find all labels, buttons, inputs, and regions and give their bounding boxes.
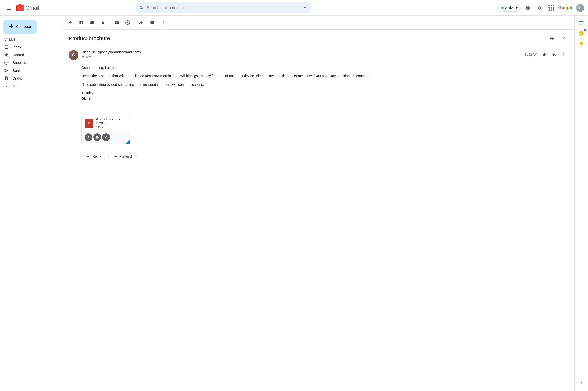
active-dropdown-icon: ▾: [516, 6, 518, 10]
forward-button-label: Forward: [119, 154, 132, 158]
compose-label: Compose: [16, 25, 31, 29]
mark-unread-icon: [114, 20, 119, 25]
attachment-name-line2: 2020.pptx: [96, 121, 120, 126]
body-greeting: Good morning, Lauren!: [81, 65, 568, 70]
body-thanks: Thanks,Gloria: [81, 90, 568, 101]
snoozed-icon: [4, 61, 9, 65]
print-icon: [549, 36, 554, 41]
mark-unread-button[interactable]: [112, 18, 122, 27]
drafts-icon: [4, 76, 9, 81]
edit-icon: [104, 135, 108, 139]
gmail-m-icon: [16, 3, 24, 12]
report-spam-icon: [90, 20, 95, 25]
print-button[interactable]: [547, 34, 557, 43]
expand-sidebar-button[interactable]: ›: [577, 377, 586, 387]
gmail-logo[interactable]: Gmail: [16, 3, 39, 12]
tasks-sidebar-button[interactable]: [577, 28, 586, 38]
mail-nav-section: ∨ Mail Inbox Starred Snoozed: [0, 36, 63, 90]
delete-button[interactable]: [98, 18, 108, 27]
inbox-icon: [4, 45, 9, 49]
svg-rect-3: [579, 21, 583, 22]
attachments-section: P Product brochure 2020.pptx 646 KB: [69, 114, 568, 148]
svg-point-4: [579, 31, 583, 35]
sent-icon: [4, 68, 9, 73]
toolbar-divider-2: [134, 20, 135, 25]
google-apps-icon: [548, 5, 554, 11]
sidebar-item-starred[interactable]: Starred: [0, 51, 61, 59]
message-more-icon: [562, 52, 566, 57]
attachment-actions: [82, 131, 130, 144]
main-content: Product brochure G: [63, 16, 574, 391]
pptx-icon-label: P: [88, 121, 90, 125]
body-main: Here's the brochure that will be publish…: [81, 73, 568, 79]
move-to-button[interactable]: [137, 18, 147, 27]
attachment-card: P Product brochure 2020.pptx 646 KB: [81, 114, 130, 144]
save-to-drive-button[interactable]: [93, 133, 101, 141]
forward-button[interactable]: Forward: [108, 152, 137, 161]
to-me-row[interactable]: to me ▾: [81, 54, 522, 59]
calendar-sidebar-button[interactable]: 31: [577, 18, 586, 27]
settings-button[interactable]: [535, 3, 544, 13]
email-subject-row: Product brochure: [69, 34, 568, 43]
download-icon: [87, 135, 90, 139]
question-icon: [525, 5, 530, 10]
pptx-icon: P: [85, 119, 93, 128]
sender-info: Gloria Hill <gloria@brandtleeland.com> t…: [81, 50, 522, 59]
active-status-badge[interactable]: Active ▾: [498, 4, 521, 11]
mail-section-chevron: ∨: [4, 37, 7, 42]
help-button[interactable]: [523, 3, 533, 13]
starred-label: Starred: [13, 53, 57, 57]
reply-message-button[interactable]: [550, 50, 559, 59]
sidebar-item-drafts[interactable]: Drafts: [0, 75, 61, 82]
keep-icon: [579, 41, 584, 47]
tasks-icon: [579, 31, 584, 36]
snoozed-label: Snoozed: [13, 61, 57, 65]
right-sidebar: 31 ›: [574, 16, 588, 391]
sidebar-item-more[interactable]: More: [0, 82, 61, 90]
search-dropdown-button[interactable]: ▾: [302, 5, 308, 11]
report-spam-button[interactable]: [87, 18, 97, 27]
mail-section-header[interactable]: ∨ Mail: [0, 36, 63, 43]
sidebar-item-snoozed[interactable]: Snoozed: [0, 59, 61, 67]
open-new-window-button[interactable]: [559, 34, 568, 43]
back-button[interactable]: [66, 18, 76, 27]
sender-name: Gloria Hill <gloria@brandtleeland.com>: [81, 50, 141, 54]
reply-button[interactable]: Reply: [81, 152, 106, 161]
new-window-icon: [561, 36, 566, 41]
drafts-label: Drafts: [13, 77, 57, 80]
download-attachment-button[interactable]: [85, 133, 92, 141]
google-g-text: Google: [558, 5, 573, 10]
message-more-button[interactable]: [560, 50, 568, 59]
label-icon: [150, 20, 155, 25]
more-icon: [4, 84, 9, 89]
keep-sidebar-button[interactable]: [577, 39, 586, 49]
search-input[interactable]: [147, 6, 299, 10]
sidebar-item-sent[interactable]: Sent: [0, 67, 61, 75]
snooze-button[interactable]: [123, 18, 133, 27]
subject-actions: [547, 34, 568, 43]
attachment-divider: [81, 110, 568, 110]
more-options-button[interactable]: [158, 18, 168, 27]
attachment-preview: P Product brochure 2020.pptx 646 KB: [82, 114, 130, 131]
sidebar-expand-area: ›: [575, 377, 588, 387]
message-header: G Gloria Hill <gloria@brandtleeland.com>…: [69, 47, 568, 63]
star-message-button[interactable]: [540, 50, 549, 59]
archive-button[interactable]: [77, 18, 86, 27]
reply-forward-row: Reply Forward: [69, 148, 568, 161]
compose-plus-icon: ✚: [9, 23, 13, 30]
hamburger-menu-button[interactable]: [4, 3, 14, 13]
user-avatar[interactable]: L: [576, 4, 584, 12]
svg-text:31: 31: [580, 22, 582, 24]
toolbar-divider-1: [110, 20, 110, 25]
edit-attachment-button[interactable]: [102, 133, 110, 141]
label-button[interactable]: [147, 18, 157, 27]
forward-button-icon: [113, 154, 117, 158]
search-icon: [139, 5, 144, 10]
email-message: G Gloria Hill <gloria@brandtleeland.com>…: [69, 47, 568, 161]
top-right-actions: Active ▾ Google L: [498, 3, 584, 13]
google-apps-button[interactable]: [546, 3, 556, 13]
sidebar-item-inbox[interactable]: Inbox: [0, 43, 61, 51]
archive-icon: [79, 20, 84, 25]
compose-button[interactable]: ✚ Compose: [3, 20, 37, 34]
star-icon: [542, 52, 547, 57]
